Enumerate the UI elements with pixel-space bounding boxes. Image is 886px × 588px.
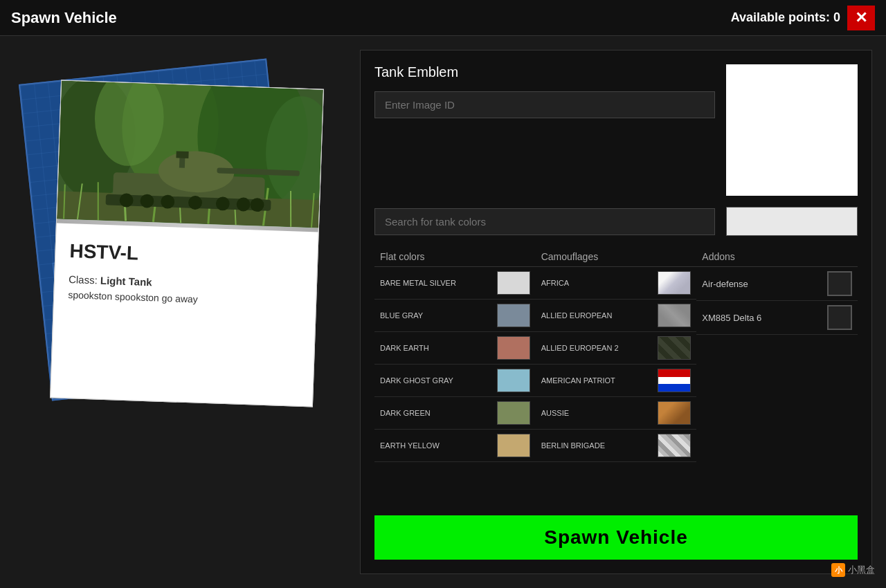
camo-item-label: AFRICA [541,279,658,287]
color-swatch [497,336,530,360]
emblem-row: Tank Emblem [374,64,858,196]
main-content: HSTV-L Class: Light Tank spookston spook… [0,36,886,588]
vehicle-description: spookston spookston go away [68,289,302,309]
camo-item[interactable]: AFRICA [536,267,697,300]
color-swatch [497,434,530,457]
flat-colors-column: Flat colors BARE METAL SILVER BLUE GRAY … [374,247,536,502]
window-title: Spawn Vehicle [11,9,117,27]
color-item-label: BARE METAL SILVER [380,279,497,287]
flat-color-item[interactable]: BARE METAL SILVER [374,267,536,300]
emblem-preview [726,64,858,196]
camo-item[interactable]: AUSSIE [536,397,697,430]
color-swatch [497,401,530,425]
color-search-input[interactable] [374,208,715,235]
class-prefix: Class: [69,273,100,286]
colors-grid: Flat colors BARE METAL SILVER BLUE GRAY … [374,247,858,502]
svg-rect-35 [176,151,188,158]
camo-item-label: AMERICAN PATRIOT [541,376,658,385]
color-item-label: EARTH YELLOW [380,441,497,450]
color-swatch [497,271,530,295]
color-item-label: BLUE GRAY [380,311,497,320]
color-swatch [497,369,530,392]
addons-header: Addons [696,247,858,267]
close-button[interactable]: ✕ [847,6,875,30]
camo-swatch [658,401,691,425]
topbar-right: Available points: 0 ✕ [731,6,875,30]
addons-list: Air-defense XM885 Delta 6 [696,267,858,335]
addon-checkbox[interactable] [827,305,852,330]
addon-checkbox[interactable] [827,271,852,296]
camo-list: AFRICA ALLIED EUROPEAN ALLIED EUROPEAN 2… [536,267,697,462]
flat-colors-list: BARE METAL SILVER BLUE GRAY DARK EARTH D… [374,267,536,462]
right-panel: Tank Emblem Flat colors BARE METAL SILVE… [360,50,872,574]
camouflages-column: Camouflages AFRICA ALLIED EUROPEAN ALLIE… [536,247,697,502]
card-body: HSTV-L Class: Light Tank spookston spook… [53,223,318,320]
watermark: 小 小黑盒 [831,563,875,577]
camouflages-header: Camouflages [536,247,697,267]
camo-swatch [658,271,691,295]
camo-swatch [658,369,691,392]
addon-item: XM885 Delta 6 [696,301,858,335]
watermark-text: 小黑盒 [848,564,875,576]
camo-item[interactable]: AMERICAN PATRIOT [536,365,697,397]
camo-item[interactable]: ALLIED EUROPEAN 2 [536,332,697,365]
spawn-vehicle-button[interactable]: Spawn Vehicle [374,515,858,560]
flat-color-item[interactable]: DARK GREEN [374,397,536,430]
emblem-label: Tank Emblem [374,64,715,80]
flat-colors-header: Flat colors [374,247,536,267]
selected-color-preview [726,207,858,236]
addon-item: Air-defense [696,267,858,301]
flat-color-item[interactable]: DARK GHOST GRAY [374,365,536,397]
top-bar: Spawn Vehicle Available points: 0 ✕ [0,0,886,36]
color-search-row [374,207,858,236]
camo-swatch [658,304,691,327]
color-swatch [497,304,530,327]
class-value: Light Tank [100,275,152,288]
addon-label: XM885 Delta 6 [702,313,761,323]
vehicle-name: HSTV-L [69,240,304,270]
flat-color-item[interactable]: BLUE GRAY [374,300,536,332]
available-points: Available points: 0 [731,10,840,25]
camo-swatch [658,336,691,360]
camo-item-label: BERLIN BRIGADE [541,441,658,450]
camo-item-label: ALLIED EUROPEAN 2 [541,344,658,352]
flat-color-item[interactable]: DARK EARTH [374,332,536,365]
camo-item-label: AUSSIE [541,409,658,417]
flat-color-item[interactable]: EARTH YELLOW [374,430,536,462]
camo-item[interactable]: ALLIED EUROPEAN [536,300,697,332]
camo-item[interactable]: BERLIN BRIGADE [536,430,697,462]
vehicle-card: HSTV-L Class: Light Tank spookston spook… [50,80,324,407]
addons-column: Addons Air-defense XM885 Delta 6 [696,247,858,502]
color-item-label: DARK GREEN [380,409,497,417]
image-id-input[interactable] [374,91,715,118]
left-panel: HSTV-L Class: Light Tank spookston spook… [14,50,346,574]
watermark-icon: 小 [831,563,845,577]
camo-item-label: ALLIED EUROPEAN [541,311,658,320]
addon-label: Air-defense [702,279,748,289]
color-item-label: DARK EARTH [380,344,497,352]
emblem-section: Tank Emblem [374,64,715,118]
color-item-label: DARK GHOST GRAY [380,376,497,385]
tank-image [57,81,323,228]
camo-swatch [658,434,691,457]
